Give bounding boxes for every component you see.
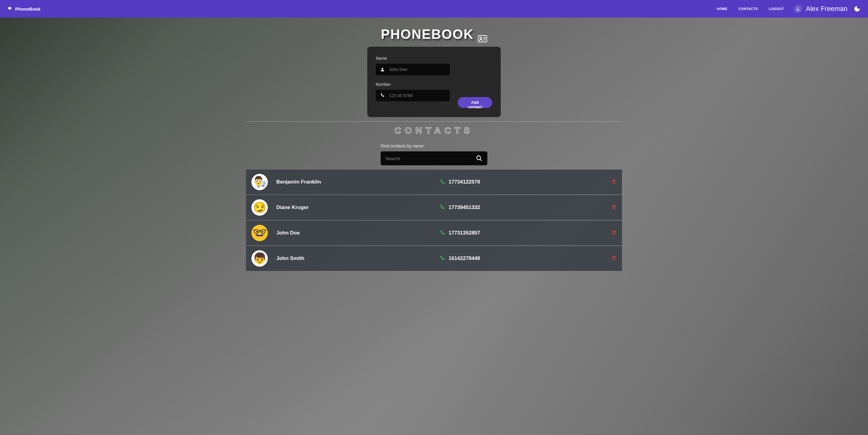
delete-button[interactable] <box>598 179 617 185</box>
svg-point-6 <box>381 68 383 69</box>
name-input[interactable] <box>385 67 445 72</box>
contact-phone: 17739451332 <box>439 205 598 211</box>
top-nav: PhoneBook HOME CONTACTS LOGOUT Alex Free… <box>0 0 868 18</box>
contact-row: 👨‍🔬 Benjamin Franklin 17734122578 <box>246 169 622 194</box>
number-label: Number <box>376 82 450 87</box>
nav-home[interactable]: HOME <box>717 7 727 11</box>
svg-point-7 <box>477 156 481 160</box>
contact-avatar: 👦 <box>251 250 268 267</box>
search-wrapper <box>381 151 487 165</box>
phone-icon <box>439 205 445 211</box>
delete-button[interactable] <box>598 230 617 236</box>
trash-icon <box>611 230 617 236</box>
contact-row: 😏 Diane Kruger 17739451332 <box>246 195 622 220</box>
contact-phone: 17734122578 <box>439 179 598 185</box>
trash-icon <box>611 179 617 185</box>
id-card-icon <box>478 30 487 38</box>
nav-menu: HOME CONTACTS LOGOUT <box>717 7 784 11</box>
person-icon <box>380 67 385 72</box>
phone-icon <box>380 93 385 98</box>
trash-icon <box>611 205 617 211</box>
search-input[interactable] <box>385 156 476 161</box>
divider <box>246 121 622 122</box>
number-input[interactable] <box>385 93 445 98</box>
phone-number: 16142278449 <box>448 255 480 261</box>
svg-point-0 <box>797 7 799 9</box>
contact-name: Diane Kruger <box>276 205 309 211</box>
brand-name: PhoneBook <box>15 6 40 11</box>
phone-number: 17739451332 <box>448 205 480 211</box>
user-name: Alex Freeman <box>806 5 847 13</box>
contact-name: Benjamin Franklin <box>276 179 321 185</box>
contact-row: 👦 John Smith 16142278449 <box>246 246 622 271</box>
avatar[interactable] <box>794 5 802 13</box>
add-contact-button[interactable]: Add contact <box>458 97 492 108</box>
contact-phone: 16142278449 <box>439 255 598 261</box>
nav-contacts[interactable]: CONTACTS <box>739 7 758 11</box>
trash-icon <box>611 255 617 261</box>
contact-list: 👨‍🔬 Benjamin Franklin 17734122578 😏 Dian… <box>246 169 622 271</box>
phone-number: 17731352857 <box>448 230 480 236</box>
contact-phone: 17731352857 <box>439 230 598 236</box>
contact-name: John Smith <box>276 255 305 261</box>
phone-icon <box>439 255 445 261</box>
search-area: Find contacts by name: <box>381 144 487 165</box>
svg-point-2 <box>480 37 482 39</box>
name-input-wrapper <box>376 64 450 75</box>
add-contact-form: Name Number Add contact <box>367 47 501 117</box>
svg-line-8 <box>480 159 482 161</box>
page-title: PHONEBOOK <box>381 27 487 42</box>
contacts-heading: CONTACTS <box>395 125 473 135</box>
name-label: Name <box>376 56 492 61</box>
page-title-text: PHONEBOOK <box>381 27 474 42</box>
contact-avatar: 🤓 <box>251 225 268 241</box>
phone-icon <box>439 230 445 236</box>
phone-number: 17734122578 <box>448 179 480 185</box>
contact-name: John Doe <box>276 230 300 236</box>
nav-logout[interactable]: LOGOUT <box>769 7 784 11</box>
delete-button[interactable] <box>598 205 617 211</box>
theme-toggle[interactable] <box>854 5 861 12</box>
search-icon <box>476 155 483 162</box>
contact-avatar: 😏 <box>251 199 268 216</box>
brand[interactable]: PhoneBook <box>7 6 40 11</box>
user-section: Alex Freeman <box>794 5 861 13</box>
phone-icon <box>439 179 445 185</box>
contact-avatar: 👨‍🔬 <box>251 174 268 190</box>
number-input-wrapper <box>376 90 450 101</box>
moon-icon <box>854 5 861 12</box>
book-icon <box>7 6 12 11</box>
contact-row: 🤓 John Doe 17731352857 <box>246 221 622 245</box>
search-label: Find contacts by name: <box>381 144 487 148</box>
delete-button[interactable] <box>598 255 617 261</box>
